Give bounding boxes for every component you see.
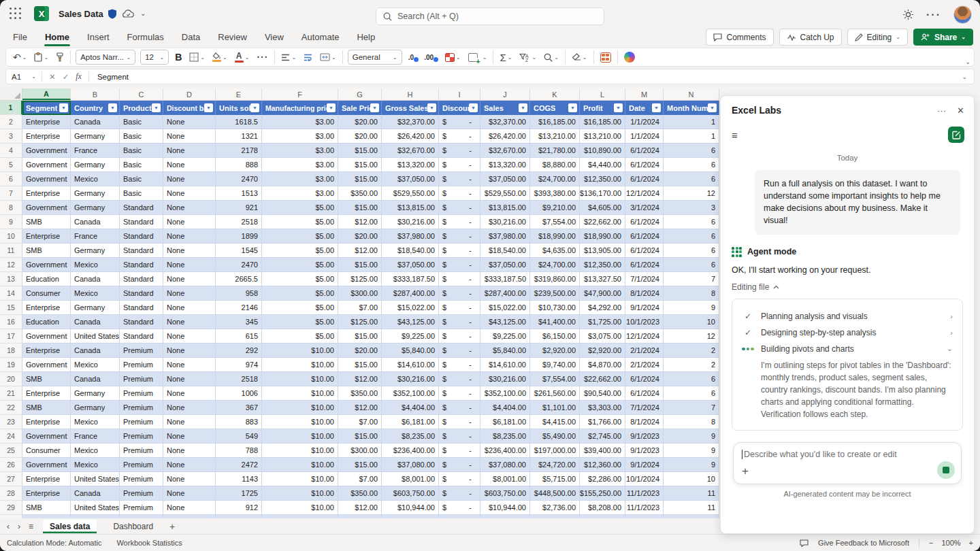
- cell[interactable]: $-: [439, 344, 480, 358]
- cell[interactable]: Premium: [120, 401, 163, 415]
- sheet-tab-dashboard[interactable]: Dashboard: [106, 520, 160, 533]
- cell[interactable]: $15.00: [338, 144, 382, 158]
- cell[interactable]: France: [71, 229, 120, 244]
- paste-button[interactable]: ⌄: [33, 52, 50, 63]
- cell[interactable]: 10: [664, 315, 719, 329]
- row-header-20[interactable]: 20: [0, 372, 22, 386]
- cell[interactable]: Germany: [71, 186, 120, 201]
- cell[interactable]: $1,101.00: [530, 401, 580, 415]
- cell[interactable]: Canada: [71, 372, 120, 386]
- cell[interactable]: Germany: [71, 244, 120, 258]
- cell[interactable]: 11: [664, 501, 719, 515]
- title-chevron-icon[interactable]: ⌄: [140, 10, 146, 17]
- cell[interactable]: $-: [439, 244, 480, 258]
- cell[interactable]: $32,670.00: [480, 144, 530, 158]
- cell[interactable]: 10: [664, 472, 719, 486]
- cell[interactable]: 9: [664, 301, 719, 315]
- cell[interactable]: $5.00: [262, 329, 338, 344]
- cell[interactable]: 7/1/2024: [625, 401, 664, 415]
- pivot-table-button[interactable]: [599, 52, 612, 63]
- cell[interactable]: Standard: [120, 301, 163, 315]
- cell[interactable]: $3,303.00: [580, 401, 625, 415]
- format-painter-button[interactable]: [54, 52, 65, 63]
- row-header-22[interactable]: 22: [0, 401, 22, 415]
- row-header-29[interactable]: 29: [0, 501, 22, 515]
- cell[interactable]: $6,150.00: [530, 329, 580, 344]
- cell[interactable]: 6: [664, 215, 719, 229]
- wrap-text-button[interactable]: [302, 53, 314, 62]
- cell[interactable]: 2: [664, 358, 719, 372]
- cell[interactable]: None: [163, 344, 216, 358]
- cell[interactable]: $-: [439, 301, 480, 315]
- cell[interactable]: 6: [664, 372, 719, 386]
- cell[interactable]: $155,250.00: [580, 486, 625, 501]
- row-header-12[interactable]: 12: [0, 258, 22, 272]
- cell[interactable]: Premium: [120, 429, 163, 444]
- cell[interactable]: $13,210.00: [580, 129, 625, 144]
- comments-button[interactable]: Comments: [706, 29, 773, 46]
- cell[interactable]: $15,022.00: [382, 301, 439, 315]
- cell[interactable]: 6/1/2024: [625, 158, 664, 172]
- new-chat-button[interactable]: [948, 127, 964, 143]
- cell[interactable]: $12,360.00: [580, 458, 625, 472]
- cell[interactable]: 8/1/2024: [625, 286, 664, 301]
- chat-input[interactable]: Describe what you'd like to create or ed…: [733, 442, 962, 484]
- prev-sheet-icon[interactable]: ‹: [7, 522, 10, 531]
- cell[interactable]: $37,050.00: [382, 172, 439, 186]
- cell[interactable]: Germany: [71, 129, 120, 144]
- column-header-G[interactable]: G: [338, 88, 382, 100]
- cell[interactable]: 8/1/2024: [625, 415, 664, 429]
- cell[interactable]: None: [163, 229, 216, 244]
- stop-generating-button[interactable]: [937, 461, 955, 479]
- cell[interactable]: Basic: [120, 115, 163, 129]
- cell[interactable]: $8,235.00: [480, 429, 530, 444]
- attach-plus-button[interactable]: +: [742, 465, 749, 478]
- cell[interactable]: $10.00: [262, 458, 338, 472]
- cell[interactable]: 2470: [216, 258, 262, 272]
- cell[interactable]: $12.00: [338, 372, 382, 386]
- cell[interactable]: $26,420.00: [480, 129, 530, 144]
- filter-chevron-icon[interactable]: ▼: [568, 103, 577, 112]
- cell[interactable]: 2146: [216, 301, 262, 315]
- cell[interactable]: 6: [664, 258, 719, 272]
- cell[interactable]: Enterprise: [22, 129, 71, 144]
- decrease-decimal-button[interactable]: .00: [423, 53, 435, 62]
- cell[interactable]: $5.00: [262, 272, 338, 286]
- row-header-16[interactable]: 16: [0, 315, 22, 329]
- row-header-27[interactable]: 27: [0, 472, 22, 486]
- cell[interactable]: $10.00: [262, 358, 338, 372]
- cell[interactable]: 6: [664, 386, 719, 401]
- cell[interactable]: Government: [22, 358, 71, 372]
- cell[interactable]: $5.00: [262, 201, 338, 215]
- cell[interactable]: $8,001.00: [382, 472, 439, 486]
- row-header-13[interactable]: 13: [0, 272, 22, 286]
- filter-chevron-icon[interactable]: ▼: [469, 103, 478, 112]
- tab-formulas[interactable]: Formulas: [127, 29, 165, 45]
- cell[interactable]: $15.00: [338, 458, 382, 472]
- sheet-tab-sales-data[interactable]: Sales data: [43, 520, 97, 533]
- header-cell[interactable]: Discounts▼: [439, 101, 480, 115]
- cell[interactable]: $-: [439, 444, 480, 458]
- cell[interactable]: None: [163, 158, 216, 172]
- cell[interactable]: $7.00: [338, 415, 382, 429]
- cell[interactable]: $300.00: [338, 286, 382, 301]
- column-header-H[interactable]: H: [382, 88, 439, 100]
- cell[interactable]: $350.00: [338, 386, 382, 401]
- zoom-level[interactable]: 100%: [941, 539, 960, 547]
- cell[interactable]: Standard: [120, 272, 163, 286]
- cell[interactable]: 6/1/2024: [625, 258, 664, 272]
- cell[interactable]: $393,380.00: [530, 186, 580, 201]
- fill-color-button[interactable]: ⌄: [211, 52, 229, 63]
- cell[interactable]: $8,208.00: [580, 501, 625, 515]
- cell[interactable]: SMB: [22, 401, 71, 415]
- cell[interactable]: None: [163, 244, 216, 258]
- agent-step[interactable]: ✓Designing step-by-step analysis›: [740, 324, 954, 341]
- cell[interactable]: Standard: [120, 258, 163, 272]
- cell[interactable]: $10.00: [262, 401, 338, 415]
- cell[interactable]: $26,420.00: [382, 129, 439, 144]
- cell[interactable]: Premium: [120, 486, 163, 501]
- cell[interactable]: $4,415.00: [530, 415, 580, 429]
- cell[interactable]: SMB: [22, 501, 71, 515]
- cell[interactable]: 345: [216, 315, 262, 329]
- align-button[interactable]: ⌄: [280, 53, 297, 62]
